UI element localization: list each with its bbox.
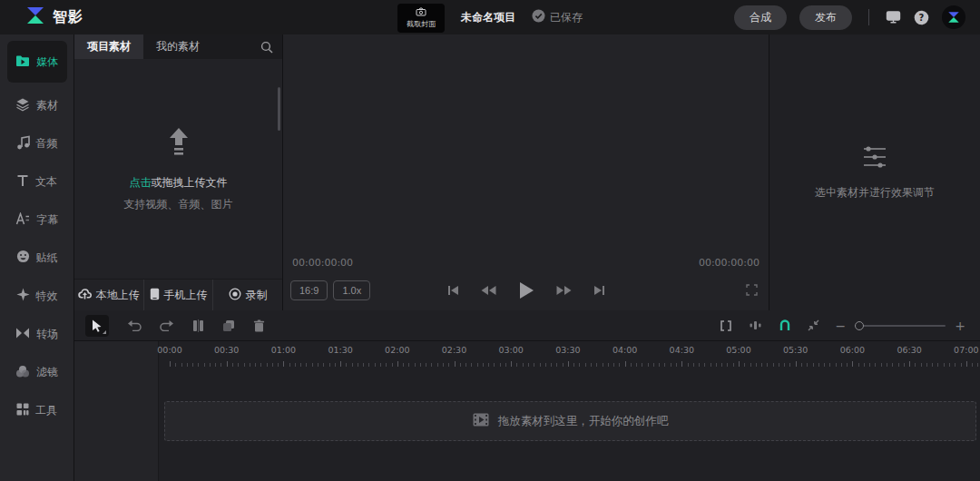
audio-waveform-icon[interactable] [749, 319, 762, 331]
sidebar-item-label: 文本 [35, 174, 57, 190]
ruler-tick [563, 363, 564, 367]
publish-button[interactable]: 发布 [799, 5, 852, 30]
ruler-tick [300, 363, 301, 367]
ruler-tick [232, 363, 233, 367]
redo-icon[interactable] [160, 319, 174, 331]
search-icon[interactable] [260, 34, 273, 59]
ruler-tick [397, 361, 398, 367]
topbar: 智影 截取封面 未命名项目 [0, 0, 980, 34]
zoom-slider-track[interactable] [855, 325, 946, 327]
ruler-label: 01:00 [271, 345, 296, 355]
local-upload-button[interactable]: 本地上传 [74, 280, 143, 310]
duplicate-icon[interactable] [222, 319, 235, 332]
timeline-ruler[interactable]: 00:0000:3001:0001:3002:0002:3003:0003:30… [159, 343, 980, 368]
compose-button[interactable]: 合成 [734, 5, 787, 30]
ruler-tick [403, 363, 404, 367]
ruler-tick [448, 363, 449, 367]
upload-hint-click[interactable]: 点击 [130, 176, 152, 189]
ruler-tick [716, 363, 717, 367]
ruler-tick [829, 363, 830, 367]
upload-dropzone[interactable]: 点击或拖拽上传文件 支持视频、音频、图片 [74, 59, 282, 279]
timeline-dropzone[interactable]: 拖放素材到这里，开始你的创作吧 [164, 401, 976, 441]
undo-icon[interactable] [127, 319, 142, 331]
sidebar-item-tools[interactable]: 工具 [7, 391, 67, 429]
zoom-in-button[interactable]: + [955, 319, 965, 332]
ruler-tick [528, 363, 529, 367]
ruler-tick [659, 363, 660, 367]
ruler-tick [523, 363, 524, 367]
phone-upload-label: 手机上传 [164, 288, 208, 303]
sidebar-item-text[interactable]: 文本 [7, 162, 67, 201]
ruler-tick [801, 363, 802, 367]
ruler-tick [608, 363, 609, 367]
sidebar-item-effects[interactable]: 特效 [7, 277, 67, 315]
effects-panel: 选中素材并进行效果调节 [769, 34, 980, 310]
sticker-smiley-icon [16, 250, 30, 266]
skip-to-end-icon[interactable] [593, 285, 605, 296]
select-tool-button[interactable] [85, 315, 109, 337]
ruler-tick [824, 363, 825, 367]
tab-project-materials[interactable]: 项目素材 [74, 34, 143, 59]
phone-upload-button[interactable]: 手机上传 [143, 280, 213, 310]
ruler-tick [220, 363, 221, 367]
ruler-tick [573, 363, 574, 367]
ruler-tick [688, 363, 689, 367]
fit-timeline-icon[interactable] [808, 319, 819, 331]
upload-hint: 点击或拖拽上传文件 [130, 175, 228, 191]
sidebar-item-materials[interactable]: 素材 [7, 86, 67, 124]
snap-magnet-icon[interactable] [779, 319, 791, 331]
app-logo[interactable]: 智影 [0, 5, 272, 29]
ruler-tick [250, 363, 250, 367]
ruler-tick [368, 363, 369, 367]
sidebar-item-transitions[interactable]: 转场 [7, 315, 67, 353]
tab-my-materials[interactable]: 我的素材 [143, 34, 212, 59]
ruler-tick [408, 363, 409, 367]
feedback-monitor-icon[interactable] [886, 10, 901, 25]
media-actions-bar: 本地上传 手机上传 录制 [74, 279, 282, 310]
ruler-tick [926, 363, 927, 367]
capture-cover-label: 截取封面 [407, 19, 436, 29]
ruler-label: 06:30 [897, 345, 921, 355]
sidebar-item-audio[interactable]: 音频 [7, 124, 67, 162]
ruler-tick [904, 363, 905, 367]
sidebar-item-filters[interactable]: 滤镜 [7, 353, 67, 391]
record-button[interactable]: 录制 [212, 280, 282, 310]
project-name[interactable]: 未命名项目 [461, 10, 515, 25]
fullscreen-icon[interactable] [746, 282, 758, 299]
ruler-tick [340, 361, 341, 367]
user-avatar[interactable] [942, 5, 965, 29]
ruler-label: 02:00 [385, 345, 409, 355]
ruler-tick [568, 361, 569, 367]
zoom-out-button[interactable]: − [836, 319, 847, 332]
zoom-slider-knob[interactable] [855, 321, 864, 330]
split-icon[interactable] [192, 319, 204, 332]
delete-icon[interactable] [253, 319, 265, 332]
ruler-tick [642, 363, 642, 367]
sidebar-item-subtitles[interactable]: 字幕 [7, 201, 67, 239]
ruler-label: 05:00 [726, 345, 750, 355]
fast-forward-icon[interactable] [556, 285, 572, 296]
transport-controls [447, 281, 605, 299]
play-button[interactable] [518, 281, 534, 299]
ruler-tick [681, 361, 682, 367]
sparkle-icon [16, 288, 30, 304]
ruler-tick [693, 363, 694, 367]
playback-speed-button[interactable]: 1.0x [333, 280, 370, 300]
skip-to-start-icon[interactable] [447, 285, 459, 296]
ruler-tick [295, 363, 296, 367]
capture-cover-button[interactable]: 截取封面 [397, 4, 445, 33]
aspect-ratio-button[interactable]: 16:9 [290, 280, 328, 300]
sidebar-item-stickers[interactable]: 贴纸 [7, 239, 67, 277]
ruler-tick [784, 363, 785, 367]
ruler-tick [955, 363, 956, 367]
ruler-tick [227, 361, 228, 367]
help-icon[interactable]: ? [914, 10, 929, 25]
sidebar-item-media[interactable]: 媒体 [7, 41, 67, 83]
sliders-icon [861, 145, 888, 172]
save-status-label: 已保存 [550, 10, 583, 25]
rewind-icon[interactable] [481, 285, 496, 296]
ruler-tick [198, 363, 199, 367]
trim-brackets-icon[interactable] [720, 320, 732, 331]
ruler-tick [750, 363, 751, 367]
upload-arrow-icon [163, 126, 194, 161]
